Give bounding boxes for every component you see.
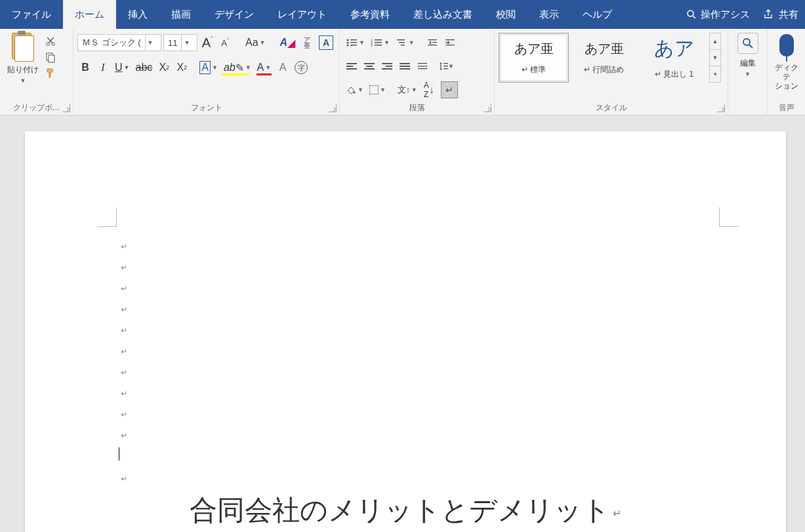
style-gallery-scroll[interactable]: ▲ ▼ ▾ xyxy=(709,33,721,83)
svg-rect-26 xyxy=(445,45,455,45)
gallery-up-icon[interactable]: ▲ xyxy=(710,33,720,50)
format-painter-button[interactable] xyxy=(43,66,58,80)
shrink-font-button[interactable]: Aˇ xyxy=(217,34,233,51)
cut-button[interactable] xyxy=(43,34,58,49)
share-button[interactable]: 共有 xyxy=(756,0,805,29)
svg-line-1 xyxy=(693,16,695,18)
search-icon xyxy=(737,33,758,54)
show-marks-button[interactable]: ↵ xyxy=(439,81,460,98)
svg-rect-27 xyxy=(418,63,427,64)
svg-point-2 xyxy=(47,43,50,46)
svg-rect-22 xyxy=(432,42,437,43)
text-effects-button[interactable]: A▼ xyxy=(197,59,220,76)
svg-point-0 xyxy=(688,10,693,16)
tab-view[interactable]: 表示 xyxy=(527,0,571,29)
svg-text:3: 3 xyxy=(371,43,373,47)
italic-button[interactable]: I xyxy=(95,59,111,76)
svg-point-8 xyxy=(347,42,349,44)
svg-rect-32 xyxy=(444,66,448,66)
styles-launcher[interactable] xyxy=(717,104,725,112)
font-color-button[interactable]: A▼ xyxy=(255,59,274,76)
svg-rect-11 xyxy=(350,45,357,46)
subscript-button[interactable]: X2 xyxy=(156,59,172,76)
shading-button[interactable]: ▼ xyxy=(344,81,365,98)
group-voice: ディクテ ション 音声 xyxy=(768,29,805,115)
tab-help[interactable]: ヘルプ xyxy=(571,0,624,29)
grow-font-button[interactable]: Aˆ xyxy=(199,34,215,51)
numbered-list-button[interactable]: 123▼ xyxy=(369,34,392,51)
align-left-button[interactable] xyxy=(344,58,360,74)
align-center-button[interactable] xyxy=(361,58,377,74)
copy-button[interactable] xyxy=(43,50,58,64)
page[interactable]: ↵↵↵↵↵ ↵↵↵↵↵ ↵ 合同会社のメリットとデメリット↵ xyxy=(25,131,786,532)
text-direction-button[interactable]: 文↕▼ xyxy=(396,81,419,98)
strikethrough-button[interactable]: abc xyxy=(133,59,154,76)
svg-rect-24 xyxy=(445,39,455,40)
enclose-characters-button[interactable]: 字 xyxy=(293,59,310,76)
style-gallery: あア亜 ↵ 標準 あア亜 ↵ 行間詰め あア ↵ 見出し 1 xyxy=(499,33,709,83)
change-case-button[interactable]: Aa▼ xyxy=(243,34,268,51)
svg-rect-28 xyxy=(420,66,425,66)
style-no-spacing[interactable]: あア亜 ↵ 行間詰め xyxy=(569,33,639,83)
svg-point-3 xyxy=(52,43,55,46)
increase-indent-button[interactable] xyxy=(442,34,458,51)
dictate-label1: ディクテ xyxy=(775,63,798,81)
tab-mailings[interactable]: 差し込み文書 xyxy=(402,0,484,29)
character-shading-button[interactable]: A xyxy=(275,59,291,76)
document-title[interactable]: 合同会社のメリットとデメリット↵ xyxy=(25,492,786,529)
align-justify-button[interactable] xyxy=(397,58,413,74)
tab-layout[interactable]: レイアウト xyxy=(266,0,339,29)
editing-label: 編集 xyxy=(740,58,756,68)
bullet-list-button[interactable]: ▼ xyxy=(344,34,367,51)
tab-draw[interactable]: 描画 xyxy=(159,0,203,29)
superscript-button[interactable]: X2 xyxy=(174,59,190,76)
borders-button[interactable]: ▼ xyxy=(367,81,388,98)
distributed-button[interactable] xyxy=(415,58,430,74)
svg-point-34 xyxy=(354,92,356,94)
style-normal[interactable]: あア亜 ↵ 標準 xyxy=(499,33,569,83)
tell-me-label: 操作アシス xyxy=(701,9,750,21)
gallery-more-icon[interactable]: ▾ xyxy=(710,66,720,82)
font-size-combo[interactable]: 11▼ xyxy=(163,34,197,51)
character-border-button[interactable]: A xyxy=(317,34,335,51)
line-spacing-button[interactable]: ▼ xyxy=(438,58,454,74)
microphone-icon xyxy=(779,34,794,56)
svg-rect-19 xyxy=(399,42,405,43)
tab-file[interactable]: ファイル xyxy=(0,0,63,29)
margin-corner-tr xyxy=(719,207,739,227)
group-font-label: フォント xyxy=(191,102,222,113)
document-area[interactable]: ↵↵↵↵↵ ↵↵↵↵↵ ↵ 合同会社のメリットとデメリット↵ xyxy=(0,115,805,532)
highlight-button[interactable]: ab✎▼ xyxy=(222,59,253,76)
tell-me-search[interactable]: 操作アシス xyxy=(680,0,756,29)
clipboard-launcher[interactable] xyxy=(62,104,70,112)
svg-rect-33 xyxy=(444,68,448,69)
multilevel-list-button[interactable]: ▼ xyxy=(394,34,417,51)
svg-rect-25 xyxy=(445,42,450,43)
group-paragraph: ▼ 123▼ ▼ ▼ ▼ ▼ 文↕▼ AZ↓ xyxy=(340,29,495,115)
clear-formatting-button[interactable]: A◢ xyxy=(278,34,298,51)
phonetic-guide-button[interactable]: ア亜 xyxy=(299,34,315,51)
svg-point-35 xyxy=(743,39,750,45)
find-button[interactable]: 編集▼ xyxy=(732,31,764,78)
sort-button[interactable]: AZ↓ xyxy=(421,81,437,98)
tab-design[interactable]: デザイン xyxy=(203,0,266,29)
margin-corner-tl xyxy=(97,207,117,227)
tab-insert[interactable]: 挿入 xyxy=(116,0,159,29)
group-clipboard: 貼り付け▼ クリップボ… xyxy=(0,29,73,115)
font-name-combo[interactable]: ＭＳ ゴシック (▼ xyxy=(77,34,161,51)
bold-button[interactable]: B xyxy=(77,59,93,76)
tab-review[interactable]: 校閲 xyxy=(484,0,527,29)
font-launcher[interactable] xyxy=(329,104,337,112)
underline-button[interactable]: U▼ xyxy=(113,59,131,76)
svg-rect-20 xyxy=(401,45,405,46)
gallery-down-icon[interactable]: ▼ xyxy=(710,50,720,66)
decrease-indent-button[interactable] xyxy=(424,34,440,51)
paste-button[interactable]: 貼り付け▼ xyxy=(4,31,42,85)
align-right-button[interactable] xyxy=(379,58,395,74)
svg-rect-15 xyxy=(375,42,382,43)
tab-references[interactable]: 参考資料 xyxy=(339,0,402,29)
dictate-button[interactable]: ディクテ ション xyxy=(772,31,801,91)
paragraph-launcher[interactable] xyxy=(484,104,491,112)
style-heading1[interactable]: あア ↵ 見出し 1 xyxy=(639,33,709,83)
tab-home[interactable]: ホーム xyxy=(63,0,116,29)
